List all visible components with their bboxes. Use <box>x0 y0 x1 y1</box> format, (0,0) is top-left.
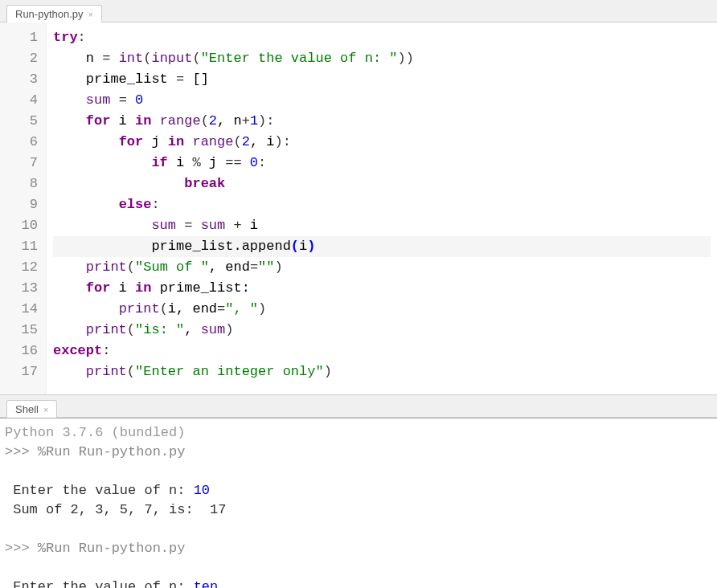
close-icon[interactable]: × <box>42 405 50 414</box>
shell-user-input: 10 <box>194 483 210 498</box>
close-icon[interactable]: × <box>87 10 95 19</box>
line-number: 3 <box>11 69 38 90</box>
shell-tab[interactable]: Shell × <box>6 400 57 418</box>
line-number: 11 <box>11 236 38 257</box>
shell-run-cmd: %Run Run-python.py <box>38 541 186 556</box>
code-line: for j in range(2, i): <box>53 132 711 153</box>
code-line: for i in prime_list: <box>53 278 711 299</box>
shell-user-input: ten <box>194 579 219 588</box>
code-line: else: <box>53 194 711 215</box>
code-line: for i in range(2, n+1): <box>53 111 711 132</box>
line-number: 10 <box>11 215 38 236</box>
line-number: 1 <box>11 27 38 48</box>
line-number: 5 <box>11 111 38 132</box>
shell-line: Sum of 2, 3, 5, 7, is: 17 <box>5 502 226 517</box>
code-line: n = int(input("Enter the value of n: ")) <box>53 48 711 69</box>
code-line: except: <box>53 341 711 361</box>
code-line: print("Enter an integer only") <box>53 361 711 382</box>
shell-tab-bar: Shell × <box>0 395 717 418</box>
shell-prompt: >>> <box>5 541 30 556</box>
code-line: sum = 0 <box>53 90 711 111</box>
shell-prompt: >>> <box>5 444 30 459</box>
line-number: 7 <box>11 153 38 174</box>
editor-pane: 1234567891011121314151617 try: n = int(i… <box>0 22 717 395</box>
shell-tab-label: Shell <box>15 403 39 415</box>
code-line: break <box>53 174 711 194</box>
shell-header: Python 3.7.6 (bundled) <box>5 425 185 440</box>
code-line: print(i, end=", ") <box>53 299 711 320</box>
line-number: 2 <box>11 48 38 69</box>
code-editor[interactable]: try: n = int(input("Enter the value of n… <box>47 22 717 394</box>
line-number: 6 <box>11 132 38 153</box>
code-line: prime_list.append(i) <box>53 236 711 257</box>
line-number: 14 <box>11 299 38 320</box>
line-number: 9 <box>11 194 38 215</box>
editor-tab-label: Run-python.py <box>15 8 84 20</box>
line-number-gutter: 1234567891011121314151617 <box>0 22 47 394</box>
line-number: 17 <box>11 361 38 382</box>
shell-pane: Python 3.7.6 (bundled) >>> %Run Run-pyth… <box>0 418 717 588</box>
code-line: print("Sum of ", end="") <box>53 257 711 278</box>
line-number: 4 <box>11 90 38 111</box>
line-number: 13 <box>11 278 38 299</box>
code-line: if i % j == 0: <box>53 153 711 174</box>
code-line: sum = sum + i <box>53 215 711 236</box>
line-number: 8 <box>11 174 38 194</box>
editor-tab[interactable]: Run-python.py × <box>6 5 102 22</box>
shell-line: Enter the value of n: <box>5 579 194 588</box>
editor-tab-bar: Run-python.py × <box>0 0 717 22</box>
code-line: try: <box>53 27 711 48</box>
shell-line: Enter the value of n: <box>5 483 194 498</box>
code-line: print("is: ", sum) <box>53 320 711 341</box>
code-line: prime_list = [] <box>53 69 711 90</box>
shell-run-cmd: %Run Run-python.py <box>38 444 186 459</box>
line-number: 16 <box>11 341 38 361</box>
line-number: 15 <box>11 320 38 341</box>
shell-output[interactable]: Python 3.7.6 (bundled) >>> %Run Run-pyth… <box>0 419 717 588</box>
line-number: 12 <box>11 257 38 278</box>
